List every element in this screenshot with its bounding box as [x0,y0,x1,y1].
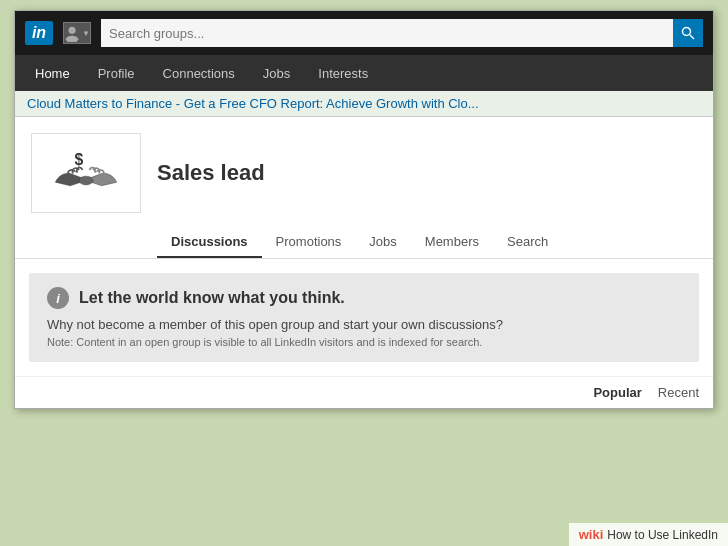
nav-home[interactable]: Home [21,58,84,89]
svg-point-2 [683,28,691,36]
sort-popular[interactable]: Popular [593,385,641,400]
svg-point-1 [66,36,79,42]
wikihow-bar: wiki How to Use LinkedIn [569,523,728,546]
search-button[interactable] [673,19,703,47]
sort-recent[interactable]: Recent [658,385,699,400]
svg-text:$: $ [75,150,84,167]
svg-point-0 [68,27,75,34]
main-nav: Home Profile Connections Jobs Interests [15,55,713,91]
nav-profile[interactable]: Profile [84,58,149,89]
svg-point-5 [79,176,93,185]
tab-members[interactable]: Members [411,227,493,258]
group-tabs: Discussions Promotions Jobs Members Sear… [31,227,697,258]
search-input[interactable] [101,19,673,47]
group-header-top: $ [31,133,697,213]
profile-icon-area[interactable] [63,22,91,44]
info-box-subtitle: Why not become a member of this open gro… [47,317,681,332]
tab-promotions[interactable]: Promotions [262,227,356,258]
ad-banner[interactable]: Cloud Matters to Finance - Get a Free CF… [15,91,713,117]
user-avatar-icon [64,24,80,42]
profile-thumbnail[interactable] [63,22,91,44]
wikihow-text: How to Use LinkedIn [607,528,718,542]
linkedin-logo[interactable]: in [25,21,53,45]
top-nav-bar: in [15,11,713,55]
info-box-title: i Let the world know what you think. [47,287,681,309]
nav-jobs[interactable]: Jobs [249,58,304,89]
nav-connections[interactable]: Connections [149,58,249,89]
tab-search[interactable]: Search [493,227,562,258]
nav-interests[interactable]: Interests [304,58,382,89]
tab-jobs[interactable]: Jobs [355,227,410,258]
group-logo: $ [31,133,141,213]
info-box: i Let the world know what you think. Why… [29,273,699,362]
sort-bar: Popular Recent [15,376,713,408]
tab-discussions[interactable]: Discussions [157,227,262,258]
group-name: Sales lead [157,160,265,186]
info-icon: i [47,287,69,309]
handshake-icon: $ [51,146,121,201]
info-box-heading: Let the world know what you think. [79,289,345,307]
info-box-note: Note: Content in an open group is visibl… [47,336,681,348]
wikihow-logo: wiki [579,527,604,542]
search-icon [681,26,695,40]
group-header: $ [15,117,713,259]
search-bar [101,19,703,47]
browser-container: in Home Profile Connections Jobs [14,10,714,409]
svg-line-3 [690,35,694,39]
